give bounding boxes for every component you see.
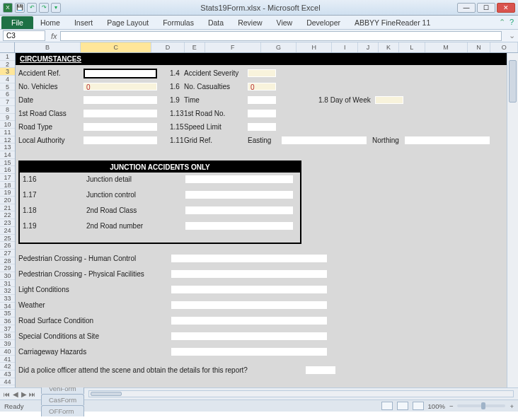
vertical-scrollbar[interactable] xyxy=(507,53,518,387)
row-header[interactable]: 18 xyxy=(0,182,15,189)
lower-input[interactable] xyxy=(171,286,327,293)
column-header[interactable]: H xyxy=(297,42,332,52)
column-header[interactable]: D xyxy=(151,42,184,52)
qat-dropdown-icon[interactable]: ▾ xyxy=(51,3,61,13)
worksheet[interactable]: CIRCUMSTANCES Accident Ref. 1.4 Accident… xyxy=(16,53,507,387)
row-header[interactable]: 26 xyxy=(0,242,15,250)
row-header[interactable]: 31 xyxy=(0,280,15,288)
junction-input[interactable] xyxy=(185,222,293,230)
file-tab[interactable]: File xyxy=(1,16,33,29)
column-header[interactable]: O xyxy=(490,42,518,52)
row-header[interactable]: 21 xyxy=(0,204,15,212)
row-header[interactable]: 5 xyxy=(0,83,15,91)
input-first-road-class[interactable] xyxy=(84,110,157,117)
input-local-authority[interactable] xyxy=(84,136,157,144)
row-header[interactable]: 1 xyxy=(0,53,15,61)
row-header[interactable]: 44 xyxy=(0,378,15,386)
row-header[interactable]: 19 xyxy=(0,189,15,197)
input-speed-limit[interactable] xyxy=(248,123,276,131)
row-header[interactable]: 30 xyxy=(0,272,15,280)
row-header[interactable]: 32 xyxy=(0,287,15,295)
undo-icon[interactable]: ↶ xyxy=(27,3,37,13)
view-page-layout-button[interactable] xyxy=(397,402,408,410)
junction-input[interactable] xyxy=(185,206,293,214)
row-header[interactable]: 29 xyxy=(0,264,15,272)
input-northing[interactable] xyxy=(405,136,490,144)
input-no-casualties[interactable]: 0 xyxy=(248,83,276,91)
ribbon-tab-review[interactable]: Review xyxy=(231,16,269,29)
row-header[interactable]: 20 xyxy=(0,197,15,204)
maximize-button[interactable]: ☐ xyxy=(477,3,495,13)
lower-input[interactable] xyxy=(171,348,327,356)
zoom-in-icon[interactable]: + xyxy=(510,402,514,410)
tab-next-icon[interactable]: ▶ xyxy=(20,390,28,398)
question-input[interactable] xyxy=(306,366,335,374)
column-header[interactable]: C xyxy=(81,42,151,52)
input-time[interactable] xyxy=(248,96,276,104)
zoom-level[interactable]: 100% xyxy=(428,402,445,410)
input-road-type[interactable] xyxy=(84,123,157,131)
lower-input[interactable] xyxy=(171,270,327,278)
junction-input[interactable] xyxy=(185,191,293,199)
tab-prev-icon[interactable]: ◀ xyxy=(11,390,20,398)
column-header[interactable]: N xyxy=(468,42,491,52)
row-header[interactable]: 39 xyxy=(0,340,15,348)
row-header[interactable]: 38 xyxy=(0,332,15,340)
row-header[interactable]: 24 xyxy=(0,227,15,235)
ribbon-tab-view[interactable]: View xyxy=(270,16,300,29)
row-header[interactable]: 13 xyxy=(0,144,15,151)
sheet-tab[interactable]: OFForm xyxy=(41,405,84,416)
row-header[interactable]: 16 xyxy=(0,166,15,174)
row-header[interactable]: 43 xyxy=(0,371,15,378)
input-easting[interactable] xyxy=(282,136,367,144)
horizontal-scrollbar[interactable] xyxy=(88,390,514,397)
row-header[interactable]: 34 xyxy=(0,303,15,310)
column-header[interactable]: B xyxy=(15,42,81,52)
row-header[interactable]: 17 xyxy=(0,174,15,182)
save-icon[interactable]: 💾 xyxy=(15,3,25,13)
row-header[interactable]: 42 xyxy=(0,363,15,371)
ribbon-tab-page-layout[interactable]: Page Layout xyxy=(100,16,156,29)
close-button[interactable]: ✕ xyxy=(497,3,515,13)
view-normal-button[interactable] xyxy=(381,402,393,410)
name-box[interactable] xyxy=(3,30,45,41)
row-header[interactable]: 22 xyxy=(0,211,15,219)
sheet-tab[interactable]: CasForm xyxy=(41,394,84,405)
formula-bar[interactable] xyxy=(60,31,502,41)
column-header[interactable]: L xyxy=(399,42,425,52)
row-header[interactable]: 36 xyxy=(0,317,15,325)
input-date[interactable] xyxy=(84,96,157,104)
row-header[interactable]: 25 xyxy=(0,235,15,243)
tab-last-icon[interactable]: ⏭ xyxy=(28,390,37,398)
row-header[interactable]: 35 xyxy=(0,310,15,317)
vertical-scroll-thumb[interactable] xyxy=(509,60,517,103)
horizontal-scroll-thumb[interactable] xyxy=(91,392,122,396)
input-day-of-week[interactable] xyxy=(375,96,403,104)
row-header[interactable]: 3 xyxy=(0,68,15,76)
row-header[interactable]: 12 xyxy=(0,136,15,144)
input-first-road-no[interactable] xyxy=(248,110,276,117)
column-header[interactable]: I xyxy=(332,42,358,52)
column-header[interactable]: J xyxy=(358,42,379,52)
row-header[interactable]: 2 xyxy=(0,61,15,69)
ribbon-tab-formulas[interactable]: Formulas xyxy=(156,16,201,29)
lower-input[interactable] xyxy=(171,255,327,262)
tab-first-icon[interactable]: ⏮ xyxy=(3,390,11,398)
column-header[interactable]: K xyxy=(379,42,399,52)
lower-input[interactable] xyxy=(171,317,327,325)
row-header[interactable]: 14 xyxy=(0,151,15,159)
row-header[interactable]: 37 xyxy=(0,325,15,333)
ribbon-tab-abbyy[interactable]: ABBYY FineReader 11 xyxy=(347,16,437,29)
help-icon[interactable]: ? xyxy=(510,18,514,27)
column-header[interactable]: M xyxy=(425,42,468,52)
input-accident-ref[interactable] xyxy=(84,69,157,78)
select-all-corner[interactable] xyxy=(0,42,15,52)
input-accident-severity[interactable] xyxy=(248,69,276,77)
row-header[interactable]: 33 xyxy=(0,295,15,303)
column-header[interactable]: F xyxy=(205,42,261,52)
row-header[interactable]: 10 xyxy=(0,121,15,129)
row-header[interactable]: 41 xyxy=(0,356,15,363)
fx-icon[interactable]: fx xyxy=(48,32,60,40)
ribbon-tab-data[interactable]: Data xyxy=(201,16,231,29)
ribbon-tab-home[interactable]: Home xyxy=(33,16,67,29)
